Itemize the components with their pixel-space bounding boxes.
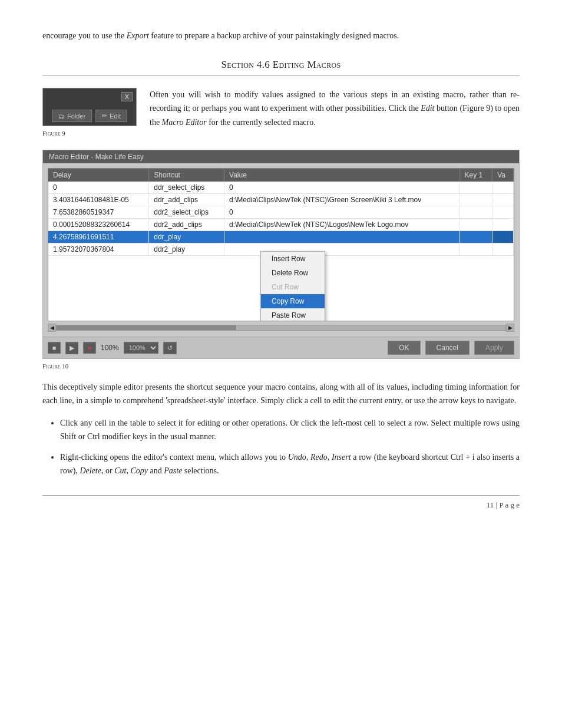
cell-value[interactable]: d:\Media\Clips\NewTek (NTSC)\Logos\NewTe…	[224, 219, 460, 231]
macro-editor-titlebar: Macro Editor - Make Life Easy	[43, 150, 519, 163]
table-row-selected[interactable]: 4.26758961691511 ddr_play	[48, 231, 514, 243]
macro-editor: Macro Editor - Make Life Easy Delay Shor…	[42, 150, 520, 359]
section-number: Section 4.6	[221, 59, 270, 70]
figure9-close-button[interactable]: X	[121, 92, 133, 101]
cell-delay[interactable]: 1.95732070367804	[48, 243, 149, 256]
undo-italic: Undo	[288, 453, 306, 462]
cell-shortcut[interactable]: ddr_add_clips	[149, 194, 224, 206]
table-row[interactable]: 0.000152088323260614 ddr2_add_clips d:\M…	[48, 219, 514, 231]
edit-icon: ✏	[102, 112, 107, 120]
macro-table-container: Delay Shortcut Value Key 1 Va 0 ddr_sele…	[48, 168, 514, 321]
cell-shortcut[interactable]: ddr2_select_clips	[149, 206, 224, 219]
intro-text-before: encourage you to use the	[42, 31, 127, 40]
col-header-va: Va	[492, 169, 514, 182]
cell-va[interactable]	[492, 231, 514, 243]
figure9-block: X 🗂 Folder ✏ Edit Figure 9 Often you wil…	[42, 88, 520, 137]
cell-va[interactable]	[492, 182, 514, 194]
cell-key1[interactable]	[459, 194, 492, 206]
page-number: 11	[487, 500, 494, 509]
cell-key1[interactable]	[459, 231, 492, 243]
cell-va[interactable]	[492, 194, 514, 206]
cell-value[interactable]	[224, 243, 460, 256]
intro-paragraph: encourage you to use the Export feature …	[42, 29, 520, 42]
apply-button[interactable]: Apply	[474, 341, 514, 355]
context-menu-cut-row: Cut Row	[261, 280, 325, 294]
cell-key1[interactable]	[459, 243, 492, 256]
scrollbar-track[interactable]	[56, 325, 506, 331]
export-word: Export	[127, 31, 149, 40]
figure9-edit-button[interactable]: ✏ Edit	[95, 110, 127, 122]
section-heading: Section 4.6 Editing Macros	[42, 59, 520, 76]
macro-editor-body: Delay Shortcut Value Key 1 Va 0 ddr_sele…	[43, 163, 519, 337]
figure9-image: X 🗂 Folder ✏ Edit	[42, 88, 137, 126]
zoom-select[interactable]: 100%	[124, 342, 158, 354]
delete-italic: Delete	[80, 466, 101, 475]
table-row[interactable]: 7.65382860519347 ddr2_select_clips 0	[48, 206, 514, 219]
cut-italic: Cut	[114, 466, 126, 475]
table-row[interactable]: 3.40316446108481E-05 ddr_add_clips d:\Me…	[48, 194, 514, 206]
figure9-description: Often you will wish to modify values ass…	[150, 88, 520, 129]
context-menu: Insert Row Delete Row Cut Row Copy Row P…	[260, 251, 325, 321]
cancel-button[interactable]: Cancel	[425, 341, 470, 355]
record-button[interactable]: ●	[83, 342, 96, 354]
figure9-folder-button[interactable]: 🗂 Folder	[52, 110, 92, 122]
ok-button[interactable]: OK	[388, 341, 420, 355]
context-menu-insert-row[interactable]: Insert Row	[261, 252, 325, 266]
copy-italic: Copy	[130, 466, 148, 475]
intro-text-after: feature to prepare a backup archive of y…	[149, 31, 399, 40]
figure10-caption: Figure 10	[42, 363, 520, 370]
paste-italic: Paste	[164, 466, 182, 475]
cell-value[interactable]	[224, 231, 460, 243]
cell-delay[interactable]: 0.000152088323260614	[48, 219, 149, 231]
edit-italic: Edit	[421, 104, 434, 113]
body-para1: This deceptively simple editor presents …	[42, 380, 520, 407]
context-menu-copy-row[interactable]: Copy Row	[261, 294, 325, 308]
cell-value[interactable]: 0	[224, 206, 460, 219]
scroll-right-arrow[interactable]: ▶	[506, 324, 514, 332]
refresh-button[interactable]: ↺	[163, 342, 177, 354]
col-header-delay: Delay	[48, 169, 149, 182]
cell-value[interactable]: d:\Media\Clips\NewTek (NTSC)\Green Scree…	[224, 194, 460, 206]
bullet-item-2: Right-clicking opens the editor's contex…	[60, 450, 520, 477]
cell-va[interactable]	[492, 243, 514, 256]
insert-italic: Insert	[332, 453, 351, 462]
stop-button[interactable]: ■	[48, 342, 61, 354]
bullet-item-1: Click any cell in the table to select it…	[60, 416, 520, 443]
section-title: Editing Macros	[273, 59, 341, 70]
page-label: | P a g e	[496, 500, 520, 509]
cell-delay[interactable]: 3.40316446108481E-05	[48, 194, 149, 206]
macro-editor-italic: Macro Editor	[162, 118, 207, 127]
cell-delay[interactable]: 0	[48, 182, 149, 194]
cell-key1[interactable]	[459, 182, 492, 194]
context-menu-paste-row[interactable]: Paste Row	[261, 308, 325, 321]
cell-key1[interactable]	[459, 206, 492, 219]
cell-shortcut[interactable]: ddr_play	[149, 231, 224, 243]
col-header-shortcut: Shortcut	[149, 169, 224, 182]
macro-table: Delay Shortcut Value Key 1 Va 0 ddr_sele…	[48, 169, 514, 256]
footer: 11 | P a g e	[42, 495, 520, 510]
figure9-caption: Figure 9	[42, 130, 137, 137]
cell-va[interactable]	[492, 206, 514, 219]
cell-va[interactable]	[492, 219, 514, 231]
play-button[interactable]: ▶	[65, 342, 78, 354]
cell-shortcut[interactable]: ddr_select_clips	[149, 182, 224, 194]
cell-delay[interactable]: 4.26758961691511	[48, 231, 149, 243]
folder-icon: 🗂	[58, 113, 65, 120]
scrollbar-thumb	[57, 325, 236, 330]
zoom-label: 100%	[101, 344, 119, 352]
context-menu-delete-row[interactable]: Delete Row	[261, 266, 325, 280]
cell-shortcut[interactable]: ddr2_play	[149, 243, 224, 256]
table-header-row: Delay Shortcut Value Key 1 Va	[48, 169, 514, 182]
table-row[interactable]: 0 ddr_select_clips 0	[48, 182, 514, 194]
redo-italic: Redo	[310, 453, 328, 462]
bullet-list: Click any cell in the table to select it…	[60, 416, 520, 477]
cell-delay[interactable]: 7.65382860519347	[48, 206, 149, 219]
col-header-key1: Key 1	[459, 169, 492, 182]
scroll-left-arrow[interactable]: ◀	[48, 324, 56, 332]
cell-key1[interactable]	[459, 219, 492, 231]
horizontal-scrollbar[interactable]: ◀ ▶	[48, 324, 514, 332]
col-header-value: Value	[224, 169, 460, 182]
cell-value[interactable]: 0	[224, 182, 460, 194]
cell-shortcut[interactable]: ddr2_add_clips	[149, 219, 224, 231]
macro-editor-toolbar: ■ ▶ ● 100% 100% ↺ OK Cancel Apply	[43, 337, 519, 358]
